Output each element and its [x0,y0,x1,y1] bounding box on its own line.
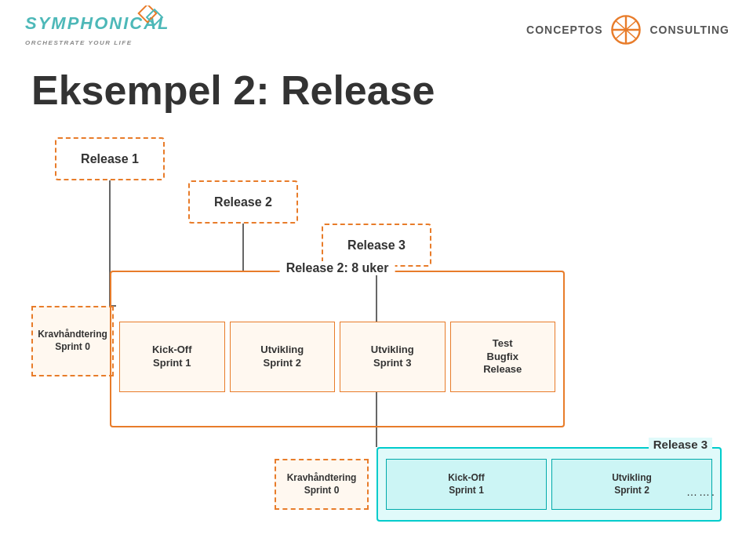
utvikling-sprint2-label: UtviklingSprint 2 [260,344,304,370]
release3-bottom-label: Release 3 [649,438,712,451]
conceptos-logo-icon [610,14,642,45]
utvikling-sprint2-box: UtviklingSprint 2 [230,322,336,392]
test-bugfix-box: TestBugfixRelease [450,322,556,392]
release2-container-label: Release 2: 8 uker [280,261,395,275]
utvikling-sprint3-box: UtviklingSprint 3 [340,322,446,392]
test-bugfix-label: TestBugfixRelease [483,337,522,377]
dots-label: ……. [686,485,716,498]
release2-label: Release 2 [214,195,272,209]
header: SYMPHONICAL ORCHESTRATE YOUR LIFE CONCEP… [0,0,753,59]
release3-bottom-container: Release 3 Kick-OffSprint 1 UtviklingSpri… [376,447,722,522]
release3-top-box: Release 3 [322,224,431,267]
kickoff2-sprint1-label: Kick-OffSprint 1 [448,472,485,496]
logo-right: CONCEPTOS CONSULTING [526,14,729,45]
release2-container: Release 2: 8 uker Kick-OffSprint 1 Utvik… [110,271,565,427]
kickoff-sprint1-box: Kick-OffSprint 1 [119,322,225,392]
svg-text:ORCHESTRATE YOUR LIFE: ORCHESTRATE YOUR LIFE [25,39,133,46]
utvikling-sprint3-label: UtviklingSprint 3 [371,344,414,370]
page-title: Eksempel 2: Release [31,67,722,114]
sprint-row: Kick-OffSprint 1 UtviklingSprint 2 Utvik… [111,272,563,426]
logo-svg: SYMPHONICAL ORCHESTRATE YOUR LIFE [24,5,180,49]
release3-sprint-row: Kick-OffSprint 1 UtviklingSprint 2 ……. [378,449,720,520]
krav2-sprint0-box: KravhåndteringSprint 0 [275,459,369,510]
release1-label: Release 1 [81,152,139,166]
diagram: Release 1 Release 2 Release 3 Kravhåndte… [31,137,722,529]
symphonical-logo: SYMPHONICAL ORCHESTRATE YOUR LIFE [24,5,180,53]
krav2-sprint0-label: KravhåndteringSprint 0 [287,472,357,496]
utvikling2-sprint2-box: UtviklingSprint 2 [551,459,712,510]
consulting-text: CONSULTING [649,24,729,36]
kickoff2-sprint1-box: Kick-OffSprint 1 [386,459,547,510]
utvikling2-sprint2-label: UtviklingSprint 2 [612,472,652,496]
release3-top-label: Release 3 [347,238,406,253]
release1-box: Release 1 [55,137,165,180]
kickoff-sprint1-label: Kick-OffSprint 1 [152,344,192,370]
logo-left: SYMPHONICAL ORCHESTRATE YOUR LIFE [24,5,180,53]
krav-sprint0-label: KravhåndteringSprint 0 [38,329,107,353]
main-content: Eksempel 2: Release Release 1 Release 2 … [0,59,753,545]
krav-sprint0-box: KravhåndteringSprint 0 [31,306,114,376]
release2-box: Release 2 [188,180,298,224]
conceptos-text: CONCEPTOS [526,24,602,36]
